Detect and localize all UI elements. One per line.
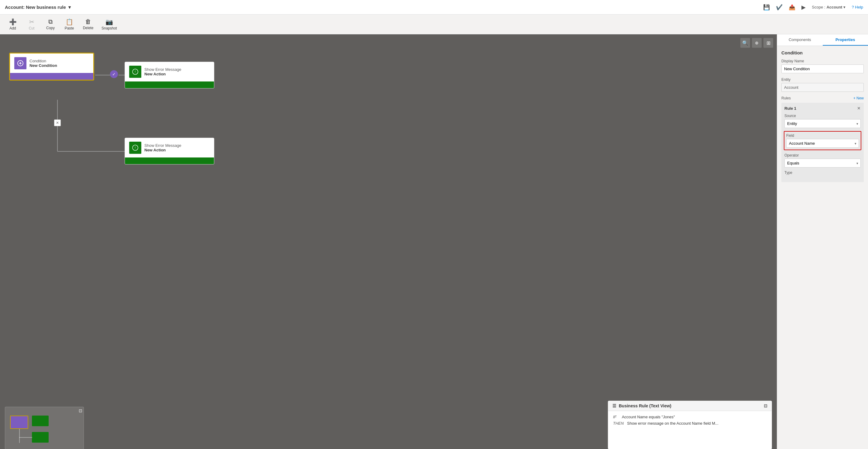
text-view-header: ☰ Business Rule (Text View) ⊡ (608, 401, 772, 411)
mini-action1 (32, 416, 49, 426)
source-select[interactable]: Entity (784, 119, 861, 128)
zoom-out-button[interactable]: 🔍 (740, 38, 750, 48)
check-button[interactable]: ✓ (110, 70, 118, 78)
text-view-then-row: THEN Show error message on the Account N… (613, 420, 767, 427)
help-link[interactable]: ? Help (851, 5, 863, 9)
text-if-body: Account Name equals "Jones" (622, 415, 675, 419)
snapshot-icon: 📷 (105, 18, 113, 26)
play-icon[interactable]: ▶ (801, 4, 806, 11)
action-text-bottom: Show Error Message New Action (144, 143, 181, 152)
cut-icon: ✂ (29, 18, 34, 26)
check-icon[interactable]: ✔️ (776, 4, 783, 11)
mini-map-expand[interactable]: ⊡ (79, 408, 82, 413)
entity-input[interactable] (781, 83, 864, 92)
new-rule-button[interactable]: + New (854, 96, 864, 100)
toolbar: ➕ Add ✂ Cut ⧉ Copy 📋 Paste 🗑 Delete 📷 Sn… (0, 14, 868, 34)
operator-select-wrapper: Equals ▾ (784, 159, 861, 168)
action-icon-bottom: ! (129, 142, 141, 154)
add-button[interactable]: ➕ Add (4, 17, 22, 32)
text-view-title: Business Rule (Text View) (619, 403, 671, 408)
publish-icon[interactable]: 📤 (789, 4, 795, 11)
condition-header: Condition New Condition (10, 54, 93, 73)
panel-section-title: Condition (781, 50, 864, 55)
action-footer-top (125, 82, 214, 88)
right-panel: Components Properties Condition Display … (777, 34, 868, 449)
delete-label: Delete (83, 26, 94, 30)
svg-text:!: ! (135, 146, 136, 150)
scope-label: Scope : (812, 5, 825, 9)
rule-title: Rule 1 (784, 106, 796, 111)
field-label: Field (786, 133, 859, 138)
action-node-bottom[interactable]: ! Show Error Message New Action (125, 138, 214, 164)
condition-footer (10, 73, 93, 80)
tab-components[interactable]: Components (777, 34, 823, 46)
text-then-body: Show error message on the Account Name f… (627, 421, 718, 426)
delete-icon: 🗑 (85, 18, 91, 25)
add-label: Add (9, 26, 16, 30)
copy-button[interactable]: ⧉ Copy (41, 17, 60, 32)
entity-field: Entity (781, 78, 864, 92)
action-type-top: Show Error Message (144, 67, 181, 72)
page-title: Account: New business rule (5, 5, 66, 10)
add-icon: ➕ (9, 18, 17, 26)
title-bar: Account: New business rule ▾ 💾 ✔️ 📤 ▶ Sc… (0, 0, 868, 14)
zoom-in-button[interactable]: ⊕ (752, 38, 762, 48)
text-view-icon: ☰ (612, 403, 616, 408)
snapshot-button[interactable]: 📷 Snapshot (98, 17, 121, 32)
canvas-area[interactable]: 🔍 ⊕ ⊞ (0, 34, 777, 449)
mini-line-h (19, 437, 32, 438)
display-name-field: Display Name (781, 59, 864, 73)
snapshot-label: Snapshot (101, 26, 117, 30)
rules-label: Rules (781, 96, 791, 100)
condition-icon (14, 57, 26, 69)
action-icon-top: ! (129, 66, 141, 78)
paste-button[interactable]: 📋 Paste (60, 17, 79, 32)
scope-chevron: ▾ (843, 5, 845, 9)
save-icon[interactable]: 💾 (763, 4, 770, 11)
copy-icon: ⧉ (48, 18, 53, 25)
action-name-top: New Action (144, 72, 181, 76)
operator-select[interactable]: Equals (784, 159, 861, 168)
tab-properties[interactable]: Properties (823, 34, 868, 46)
rule-close-button[interactable]: ✕ (857, 106, 861, 111)
text-view-expand[interactable]: ⊡ (764, 403, 767, 408)
action-name-bottom: New Action (144, 148, 181, 152)
fit-screen-button[interactable]: ⊞ (764, 38, 773, 48)
zoom-in-icon: ⊕ (755, 40, 758, 45)
paste-icon: 📋 (66, 18, 73, 26)
panel-tabs: Components Properties (777, 34, 868, 46)
field-select[interactable]: Account Name (786, 139, 859, 148)
condition-node[interactable]: Condition New Condition (9, 53, 94, 81)
mini-condition (10, 416, 28, 429)
display-name-label: Display Name (781, 59, 864, 63)
scope-selector[interactable]: Scope : Account ▾ (812, 5, 845, 9)
source-field: Source Entity ▾ (784, 114, 861, 128)
delete-connector-button[interactable]: ✕ (54, 119, 61, 126)
text-if-label: IF (613, 415, 617, 419)
field-field-wrapper: Field Account Name ▾ (784, 131, 861, 150)
text-view-if-row: IF Account Name equals "Jones" (613, 414, 767, 420)
text-view-panel: ☰ Business Rule (Text View) ⊡ IF Account… (608, 401, 772, 449)
paste-label: Paste (65, 26, 74, 30)
copy-label: Copy (46, 26, 55, 30)
delete-button[interactable]: 🗑 Delete (79, 17, 97, 32)
cut-label: Cut (29, 26, 35, 30)
title-chevron[interactable]: ▾ (68, 5, 71, 10)
title-left: Account: New business rule ▾ (5, 5, 71, 10)
main-layout: 🔍 ⊕ ⊞ (0, 34, 868, 449)
canvas-controls: 🔍 ⊕ ⊞ (740, 38, 773, 48)
rules-header: Rules + New (781, 96, 864, 100)
field-select-wrapper: Account Name ▾ (786, 139, 859, 148)
display-name-input[interactable] (781, 64, 864, 73)
action-node-top[interactable]: ! Show Error Message New Action (125, 62, 214, 88)
action-footer-bottom (125, 157, 214, 164)
action-type-bottom: Show Error Message (144, 143, 181, 148)
condition-name: New Condition (29, 63, 57, 68)
action-header-bottom: ! Show Error Message New Action (125, 138, 214, 157)
scope-value: Account (826, 5, 842, 9)
source-select-wrapper: Entity ▾ (784, 119, 861, 128)
condition-type: Condition (29, 59, 57, 63)
mini-line-v (19, 429, 20, 443)
cut-button[interactable]: ✂ Cut (23, 17, 41, 32)
zoom-out-icon: 🔍 (742, 40, 748, 46)
